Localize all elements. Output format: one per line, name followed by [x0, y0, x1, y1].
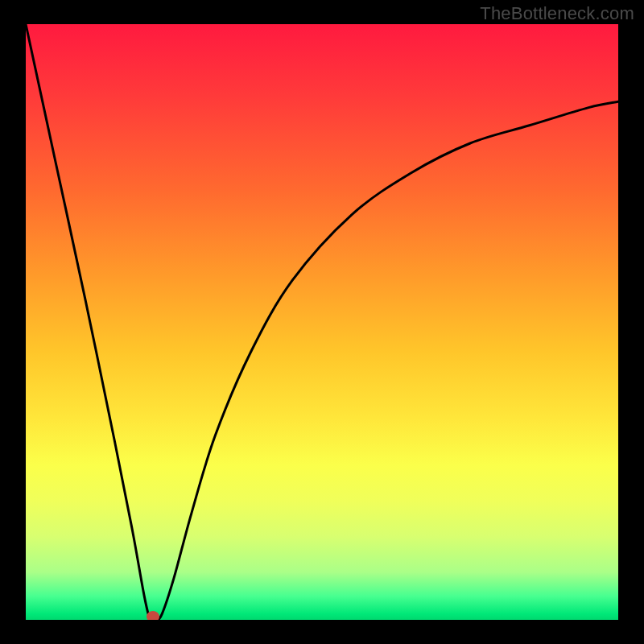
- marker-dot: [147, 611, 159, 620]
- chart-frame: TheBottleneck.com: [0, 0, 644, 644]
- curve-line: [26, 24, 618, 620]
- watermark-text: TheBottleneck.com: [480, 3, 634, 24]
- plot-area: [26, 24, 618, 620]
